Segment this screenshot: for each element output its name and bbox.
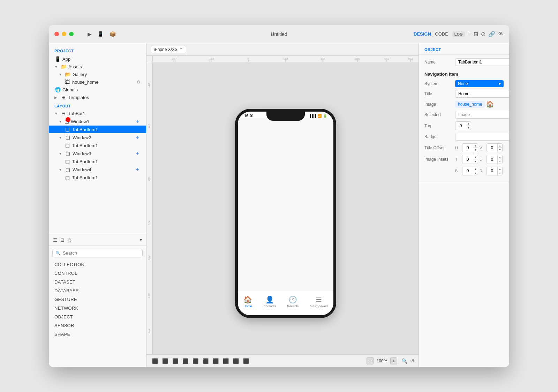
window1-add-button[interactable]: + — [134, 118, 141, 125]
v-up-button[interactable]: ▲ — [498, 144, 502, 148]
minimize-button[interactable] — [62, 32, 66, 36]
eye-icon[interactable]: 👁 — [498, 31, 504, 37]
search-input[interactable] — [63, 250, 140, 256]
category-item-network[interactable]: NETWORK — [49, 304, 146, 312]
v-input[interactable] — [487, 145, 497, 151]
grid-view-icon[interactable]: ⊟ — [60, 237, 65, 243]
ruler-tick: 0 — [248, 57, 249, 62]
l-down-button[interactable]: ▼ — [498, 159, 502, 163]
sidebar-item-tabbaritem1-w4[interactable]: ▢ TabBarItem1 — [49, 174, 146, 181]
device-icon[interactable]: 📱 — [97, 31, 104, 37]
tab-recents[interactable]: 🕐 Recents — [287, 295, 299, 308]
list-icon[interactable]: ≡ — [468, 31, 471, 37]
badge-input[interactable] — [455, 133, 509, 141]
code-label[interactable]: CODE — [435, 31, 448, 37]
design-label[interactable]: DESIGN — [414, 31, 431, 37]
zoom-out-button[interactable]: − — [367, 357, 374, 364]
sidebar-item-globals[interactable]: 🌐 Globals — [49, 86, 146, 93]
box-icon[interactable]: 📦 — [110, 31, 116, 37]
tab-home[interactable]: 🏠 Home — [243, 295, 252, 308]
tab-most-viewed[interactable]: ☰ Most Viewed — [310, 295, 327, 308]
t-down-button[interactable]: ▼ — [473, 159, 478, 163]
target-icon[interactable]: ⊙ — [481, 31, 485, 37]
sidebar-item-tabbaritem1-w2[interactable]: ▢ TabBarItem1 — [49, 142, 146, 149]
search-canvas-icon[interactable]: 🔍 — [401, 358, 407, 364]
sidebar-item-templates[interactable]: ▶ ⊞ Templates — [49, 93, 146, 101]
zoom-in-button[interactable]: + — [390, 357, 397, 364]
close-button[interactable] — [54, 32, 59, 36]
r-up-button[interactable]: ▲ — [498, 167, 502, 171]
sidebar-item-gallery[interactable]: ▼ 📂 Gallery — [49, 70, 146, 78]
tag-up-button[interactable]: ▲ — [466, 122, 471, 126]
l-input[interactable] — [487, 156, 497, 163]
image-chip[interactable]: house_home — [455, 101, 485, 108]
r-input[interactable] — [487, 168, 497, 174]
link-icon[interactable]: 🔗 — [488, 31, 495, 37]
distribute-v-icon[interactable]: ⬛ — [221, 357, 230, 364]
sidebar-item-tabbaritem1-w3[interactable]: ▢ TabBarItem1 — [49, 158, 146, 165]
refresh-icon[interactable]: ↺ — [410, 358, 414, 364]
align-top-icon[interactable]: ⬛ — [181, 357, 190, 364]
category-item-control[interactable]: CONTROL — [49, 269, 146, 278]
window3-add-button[interactable]: + — [134, 150, 141, 157]
canvas-area: iPhone X/XS ⌃ -237 -118 0 118 237 355 47… — [146, 43, 418, 367]
category-item-sensor[interactable]: SENSOR — [49, 321, 146, 330]
canvas-with-ruler: -237 -118 0 118 237 355 473 592 118 237 — [146, 56, 418, 354]
system-select[interactable]: None ▾ — [455, 80, 504, 87]
sidebar-item-window1[interactable]: ▼ ▢ ! Window1 + — [49, 117, 146, 126]
list-view-icon[interactable]: ☰ — [53, 237, 58, 243]
category-item-shape[interactable]: SHAPE — [49, 330, 146, 339]
h-input[interactable] — [462, 145, 473, 151]
h-down-button[interactable]: ▼ — [473, 148, 478, 152]
panel-dropdown-icon[interactable]: ▾ — [140, 238, 142, 242]
category-item-gesture[interactable]: GESTURE — [49, 295, 146, 304]
sidebar-item-assets[interactable]: ▼ 📁 Assets — [49, 63, 146, 70]
align-left-icon[interactable]: ⬛ — [151, 357, 159, 364]
title-input[interactable] — [455, 90, 509, 98]
sidebar-item-window2[interactable]: ▼ ▢ Window2 + — [49, 133, 146, 142]
category-item-database[interactable]: DATABASE — [49, 286, 146, 295]
distribute-h-icon[interactable]: ⬛ — [211, 357, 220, 364]
ruler-tick: 355 — [355, 57, 360, 62]
badge-row: Badge — [424, 133, 504, 141]
b-down-button[interactable]: ▼ — [473, 171, 478, 175]
device-frame-icon[interactable]: ⬛ — [242, 357, 250, 364]
3d-view-icon[interactable]: ◎ — [67, 237, 71, 243]
play-icon[interactable]: ▶ — [88, 31, 92, 37]
t-input[interactable] — [462, 156, 473, 163]
log-button[interactable]: LOG — [452, 31, 465, 37]
align-bottom-icon[interactable]: ⬛ — [201, 357, 210, 364]
align-center-h-icon[interactable]: ⬛ — [161, 357, 169, 364]
l-up-button[interactable]: ▲ — [498, 155, 502, 159]
category-item-object[interactable]: OBJECT — [49, 312, 146, 321]
sidebar-item-house-home[interactable]: 🖼 house_home ⚙ — [49, 78, 146, 86]
sidebar-item-tabbar1[interactable]: ▼ ⊟ TabBar1 — [49, 110, 146, 117]
group-icon[interactable]: ⬛ — [232, 357, 240, 364]
canvas-background[interactable]: 16:01 ▐▐▐ 📶 🔋 🏠 — [153, 62, 418, 354]
align-right-icon[interactable]: ⬛ — [171, 357, 180, 364]
v-down-button[interactable]: ▼ — [498, 148, 502, 152]
tag-down-button[interactable]: ▼ — [466, 126, 471, 130]
tab-contacts[interactable]: 👤 Contacts — [263, 295, 276, 308]
sidebar-item-window3[interactable]: ▼ ▢ Window3 + — [49, 149, 146, 158]
category-item-collection[interactable]: COLLECTION — [49, 260, 146, 269]
category-item-dataset[interactable]: DATASET — [49, 278, 146, 286]
align-center-v-icon[interactable]: ⬛ — [191, 357, 200, 364]
sidebar-item-tabbaritem1-selected[interactable]: ▢ TabBarItem1 — [49, 126, 146, 133]
tag-input[interactable] — [455, 123, 466, 129]
grid-icon[interactable]: ⊞ — [474, 31, 478, 37]
b-input[interactable] — [462, 168, 473, 174]
sidebar-item-app[interactable]: 📱 App — [49, 55, 146, 63]
window2-add-button[interactable]: + — [134, 134, 141, 141]
home-tab-label: Home — [244, 304, 252, 308]
sidebar-item-window4[interactable]: ▼ ▢ Window4 + — [49, 165, 146, 174]
r-down-button[interactable]: ▼ — [498, 171, 502, 175]
t-up-button[interactable]: ▲ — [473, 155, 478, 159]
b-up-button[interactable]: ▲ — [473, 167, 478, 171]
h-up-button[interactable]: ▲ — [473, 144, 478, 148]
name-input[interactable] — [455, 58, 509, 66]
selected-input[interactable] — [455, 111, 509, 119]
window4-add-button[interactable]: + — [134, 166, 141, 173]
maximize-button[interactable] — [69, 32, 74, 36]
device-selector[interactable]: iPhone X/XS ⌃ — [151, 46, 186, 53]
